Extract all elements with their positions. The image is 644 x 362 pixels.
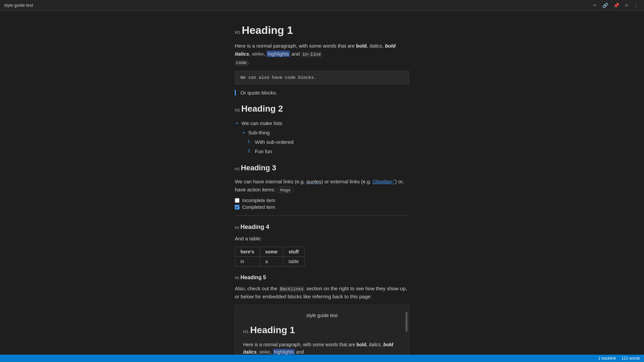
content-area: H1 Heading 1 Here is a normal paragraph,… <box>0 11 644 362</box>
word-count: 121 words <box>622 356 640 361</box>
table-cell: a <box>260 256 283 266</box>
backlinks-code: Backlinks <box>279 286 305 292</box>
tag[interactable]: #tags <box>277 187 293 193</box>
heading-3: H3 Heading 3 <box>235 164 409 172</box>
heading-1: H1 Heading 1 <box>235 24 409 37</box>
h4-label: H4 <box>235 226 239 230</box>
embedded-strike: strike <box>259 349 270 355</box>
statusbar: 1 backlink 121 words <box>0 355 644 362</box>
incomplete-checkbox[interactable] <box>235 198 239 203</box>
external-link[interactable]: Obsidian↗ <box>373 179 395 184</box>
table-cell: table <box>283 256 304 266</box>
heading-5: H5 Heading 5 <box>235 275 409 281</box>
h3-label: H3 <box>235 167 239 171</box>
link-icon[interactable]: 🔗 <box>601 2 609 9</box>
embedded-paragraph: Here is a normal paragraph, with some wo… <box>243 341 401 356</box>
blockquote: Or quote blocks. <box>235 90 409 96</box>
embedded-h1: H1 Heading 1 <box>243 325 401 336</box>
table-header-cell: some <box>260 247 283 256</box>
backlinks-count: 1 backlink <box>598 356 616 361</box>
intro-paragraph: Here is a normal paragraph, with some wo… <box>235 42 409 67</box>
embedded-h1-label: H1 <box>243 329 249 334</box>
h2-label: H2 <box>235 108 240 113</box>
completed-label: Completed item <box>242 204 275 210</box>
list-item: Sub-thing With sub-ordered Fun fun <box>248 129 409 156</box>
divider <box>235 215 409 216</box>
embedded-block: style guide test H1 Heading 1 Here is a … <box>235 305 409 362</box>
embedded-title: style guide test <box>243 312 401 319</box>
embedded-italic: italics <box>369 342 381 347</box>
document: H1 Heading 1 Here is a normal paragraph,… <box>221 24 423 362</box>
incomplete-label: Incomplete item <box>242 198 275 203</box>
embedded-highlight: highlights <box>273 349 295 355</box>
titlebar-actions: ✏ 🔗 📌 ✕ ⋮ <box>592 2 640 9</box>
table-header-cell: here's <box>235 247 260 256</box>
h1-label: H1 <box>235 30 240 35</box>
main-list: We can make lists Sub-thing With sub-ord… <box>235 119 409 156</box>
incomplete-checkbox-item: Incomplete item <box>235 198 409 203</box>
edit-icon[interactable]: ✏ <box>592 2 598 9</box>
embedded-bold: bold <box>357 342 367 347</box>
table-header-row: here's some stuff <box>235 247 305 256</box>
h5-paragraph: Also, check out the Backlinks section on… <box>235 285 409 301</box>
heading-4: H4 Heading 4 <box>235 224 409 231</box>
ordered-list: With sub-ordered Fun fun <box>248 138 409 156</box>
table-row: in a table <box>235 256 305 266</box>
sub-list: Sub-thing With sub-ordered Fun fun <box>241 129 409 156</box>
highlighted-text: highlights <box>267 51 290 57</box>
italic-text: italics <box>370 43 382 49</box>
ordered-item: With sub-ordered <box>255 138 409 146</box>
close-icon[interactable]: ✕ <box>623 2 630 9</box>
data-table: here's some stuff in a table <box>235 247 305 266</box>
ordered-item: Fun fun <box>255 147 409 156</box>
links-paragraph: We can have internal links (e.g. quotes)… <box>235 178 409 194</box>
completed-checkbox[interactable] <box>235 205 239 209</box>
bold-text: bold <box>356 43 367 49</box>
list-item: We can make lists Sub-thing With sub-ord… <box>241 119 409 156</box>
titlebar-title: style guide test <box>4 3 33 8</box>
h5-label: H5 <box>235 276 239 280</box>
heading-2: H2 Heading 2 <box>235 104 409 114</box>
inline-code-2: code <box>235 60 248 66</box>
completed-checkbox-item: Completed item <box>235 204 409 210</box>
table-intro: And a table: <box>235 235 409 243</box>
table-header-cell: stuff <box>283 247 304 256</box>
inline-code-1: in-line <box>301 52 322 57</box>
internal-link[interactable]: quotes <box>306 179 321 184</box>
strikethrough-text: strike <box>252 51 264 57</box>
table-cell: in <box>235 256 260 266</box>
pin-icon[interactable]: 📌 <box>612 2 621 9</box>
more-icon[interactable]: ⋮ <box>633 2 640 9</box>
code-block: We can also have code blocks. <box>235 71 409 84</box>
titlebar: style guide test ✏ 🔗 📌 ✕ ⋮ <box>0 0 644 11</box>
embedded-scrollbar[interactable] <box>406 312 408 332</box>
